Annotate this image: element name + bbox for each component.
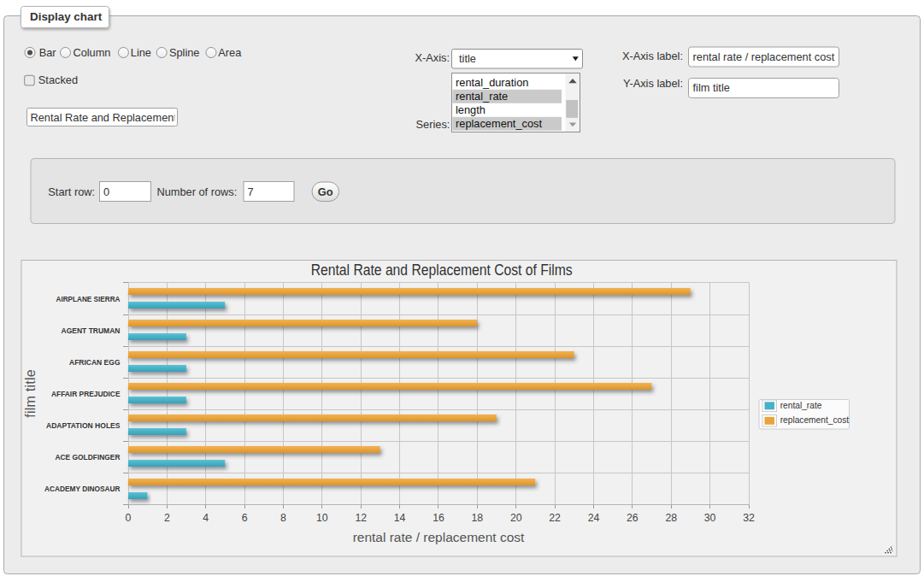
svg-text:0: 0	[103, 185, 109, 198]
svg-text:Display chart: Display chart	[30, 10, 103, 23]
svg-text:Number of rows:: Number of rows:	[156, 185, 237, 198]
svg-text:10: 10	[316, 512, 328, 524]
svg-text:ACADEMY DINOSAUR: ACADEMY DINOSAUR	[44, 484, 121, 493]
svg-text:24: 24	[588, 512, 600, 524]
svg-text:ACE GOLDFINGER: ACE GOLDFINGER	[56, 452, 121, 461]
svg-text:replacement_cost: replacement_cost	[780, 415, 850, 425]
svg-text:16: 16	[433, 512, 444, 524]
svg-text:Go: Go	[318, 185, 333, 198]
svg-text:18: 18	[472, 512, 484, 524]
svg-text:28: 28	[665, 512, 677, 524]
svg-text:Bar: Bar	[39, 46, 57, 59]
svg-text:0: 0	[126, 512, 132, 524]
svg-text:ADAPTATION HOLES: ADAPTATION HOLES	[46, 420, 121, 430]
svg-text:Rental Rate and Replacement Co: Rental Rate and Replacement Cost of Film…	[311, 262, 573, 279]
svg-text:rental_duration: rental_duration	[456, 76, 528, 89]
svg-text:replacement_cost: replacement_cost	[456, 117, 542, 130]
svg-text:film title: film title	[22, 369, 38, 418]
svg-text:8: 8	[280, 512, 286, 524]
svg-text:12: 12	[355, 512, 367, 524]
svg-text:26: 26	[627, 512, 639, 524]
svg-text:AGENT TRUMAN: AGENT TRUMAN	[62, 326, 121, 335]
svg-text:AFFAIR PREJUDICE: AFFAIR PREJUDICE	[51, 389, 121, 398]
svg-text:length: length	[456, 103, 486, 116]
svg-text:rental rate / replacement cost: rental rate / replacement cost	[693, 50, 835, 63]
svg-text:X-Axis:: X-Axis:	[415, 51, 450, 64]
svg-text:film title: film title	[693, 81, 730, 94]
svg-text:32: 32	[743, 512, 755, 524]
svg-text:Series:: Series:	[416, 118, 450, 131]
svg-text:AIRPLANE SIERRA: AIRPLANE SIERRA	[56, 294, 121, 303]
svg-text:20: 20	[510, 512, 522, 524]
svg-text:title: title	[459, 52, 476, 65]
svg-text:Stacked: Stacked	[38, 73, 78, 86]
svg-text:rental rate / replacement cost: rental rate / replacement cost	[353, 530, 525, 544]
svg-text:Start row:: Start row:	[48, 185, 95, 198]
svg-text:AFRICAN EGG: AFRICAN EGG	[69, 357, 121, 367]
svg-text:22: 22	[549, 512, 561, 524]
svg-text:rental_rate: rental_rate	[456, 90, 508, 103]
svg-text:Y-Axis label:: Y-Axis label:	[623, 77, 683, 90]
svg-text:Spline: Spline	[169, 46, 200, 59]
svg-text:rental_rate: rental_rate	[780, 401, 822, 410]
svg-text:14: 14	[394, 512, 406, 524]
svg-text:2: 2	[164, 512, 170, 524]
svg-text:6: 6	[242, 512, 248, 524]
svg-text:Line: Line	[131, 46, 151, 59]
svg-text:Column: Column	[73, 46, 110, 59]
svg-text:Area: Area	[218, 46, 242, 59]
svg-text:4: 4	[203, 512, 209, 524]
svg-text:X-Axis label:: X-Axis label:	[622, 50, 683, 62]
svg-text:30: 30	[704, 512, 716, 524]
svg-text:7: 7	[248, 185, 254, 198]
